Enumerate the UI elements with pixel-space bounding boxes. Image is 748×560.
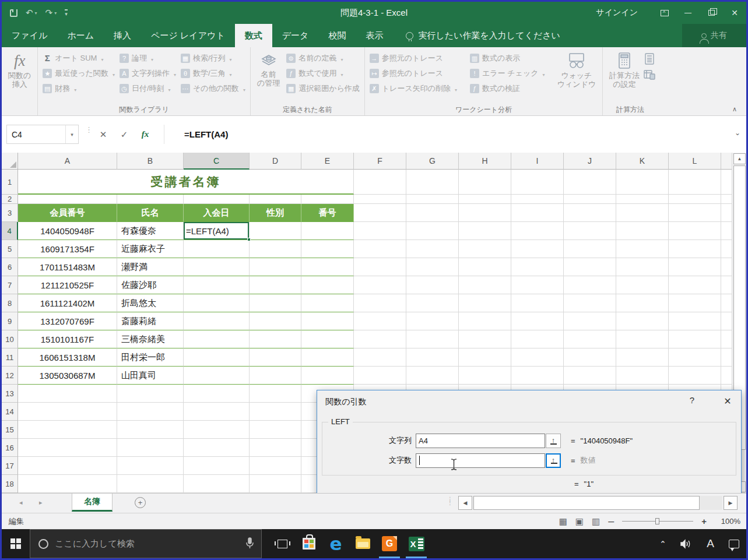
cell-I5[interactable] <box>511 240 564 258</box>
lookup-reference-button[interactable]: 検索/行列 <box>178 51 248 66</box>
cell-J7[interactable] <box>564 276 616 294</box>
cell-B5[interactable]: 近藤麻衣子 <box>117 240 184 258</box>
restore-button[interactable] <box>700 2 723 24</box>
row-header-5[interactable]: 5 <box>2 240 18 258</box>
cell-A12[interactable]: 1305030687M <box>18 367 117 385</box>
cell-J9[interactable] <box>564 312 616 330</box>
watch-window-button[interactable]: ウォッチウィンドウ <box>553 50 600 91</box>
cell-A6[interactable]: 1701151483M <box>18 258 117 276</box>
cell-J1[interactable] <box>564 170 616 195</box>
formula-input[interactable]: =LEFT(A4) <box>164 125 723 144</box>
logical-button[interactable]: 論理 <box>117 51 178 66</box>
cell-F6[interactable] <box>354 258 406 276</box>
row-header-18[interactable]: 18 <box>2 475 18 493</box>
cell-C5[interactable] <box>184 240 250 258</box>
cell-B11[interactable]: 田村栄一郎 <box>117 348 184 367</box>
cell-K11[interactable] <box>616 348 669 367</box>
cell-F3[interactable] <box>354 204 406 222</box>
table-header-C[interactable]: 入会日 <box>184 204 250 222</box>
dialog-close-button[interactable] <box>717 394 738 409</box>
cell-A18[interactable] <box>18 475 117 493</box>
hidden-icons-chevron[interactable] <box>659 540 666 548</box>
cell-K5[interactable] <box>616 240 669 258</box>
cell-L8[interactable] <box>669 294 721 312</box>
cell-I3[interactable] <box>511 204 564 222</box>
cell-I12[interactable] <box>511 367 564 385</box>
text-functions-button[interactable]: 文字列操作 <box>117 66 178 81</box>
cell-C15[interactable] <box>184 421 250 439</box>
cell-F4[interactable] <box>354 222 406 240</box>
cell-K10[interactable] <box>616 330 669 348</box>
cell-B6[interactable]: 瀬野満 <box>117 258 184 276</box>
cell-A5[interactable]: 1609171354F <box>18 240 117 258</box>
cell-F11[interactable] <box>354 348 406 367</box>
dialog-help-button[interactable] <box>684 395 700 409</box>
ribbon-tab-2[interactable]: 挿入 <box>104 24 141 47</box>
cell-G5[interactable] <box>406 240 459 258</box>
cell-G10[interactable] <box>406 330 459 348</box>
column-header-D[interactable]: D <box>250 153 301 170</box>
select-all-button[interactable] <box>2 153 18 170</box>
row-header-14[interactable]: 14 <box>2 403 18 421</box>
horizontal-scroll-thumb[interactable] <box>473 496 700 510</box>
cell-F10[interactable] <box>354 330 406 348</box>
cell-G7[interactable] <box>406 276 459 294</box>
cell-A15[interactable] <box>18 421 117 439</box>
cell-H10[interactable] <box>459 330 511 348</box>
cell-D5[interactable] <box>250 240 301 258</box>
ribbon-display-options-button[interactable] <box>653 2 676 24</box>
sheet-title-cell[interactable]: 受講者名簿 <box>18 170 354 195</box>
cell-A7[interactable]: 1211210525F <box>18 276 117 294</box>
cell-L4[interactable] <box>669 222 721 240</box>
cell-E10[interactable] <box>301 330 354 348</box>
cell-E11[interactable] <box>301 348 354 367</box>
cell-B4[interactable]: 有森優奈 <box>117 222 184 240</box>
cell-I2[interactable] <box>511 195 564 204</box>
cell-C8[interactable] <box>184 294 250 312</box>
cell-G12[interactable] <box>406 367 459 385</box>
cell-K12[interactable] <box>616 367 669 385</box>
cell-J3[interactable] <box>564 204 616 222</box>
cell-A2[interactable] <box>18 195 117 204</box>
cell-I6[interactable] <box>511 258 564 276</box>
row-header-15[interactable]: 15 <box>2 421 18 439</box>
ribbon-tab-1[interactable]: ホーム <box>57 24 104 47</box>
prev-sheet-button[interactable] <box>19 499 23 506</box>
collapse-ribbon-button[interactable] <box>732 105 737 113</box>
table-header-E[interactable]: 番号 <box>301 204 354 222</box>
scroll-up-button[interactable] <box>733 153 746 164</box>
page-break-view-button[interactable] <box>592 516 600 527</box>
cell-A13[interactable] <box>18 385 117 403</box>
cell-J10[interactable] <box>564 330 616 348</box>
cell-A11[interactable]: 1606151318M <box>18 348 117 367</box>
zoom-out-button[interactable] <box>608 517 614 526</box>
cell-A9[interactable]: 1312070769F <box>18 312 117 330</box>
row-header-16[interactable]: 16 <box>2 439 18 457</box>
cell-F5[interactable] <box>354 240 406 258</box>
cell-A17[interactable] <box>18 457 117 475</box>
taskbar-search-box[interactable]: ここに入力して検索 <box>30 529 262 558</box>
cell-L11[interactable] <box>669 348 721 367</box>
cell-H8[interactable] <box>459 294 511 312</box>
cell-B12[interactable]: 山田真司 <box>117 367 184 385</box>
speaker-icon[interactable] <box>680 539 692 549</box>
cell-I10[interactable] <box>511 330 564 348</box>
cell-D12[interactable] <box>250 367 301 385</box>
row-header-2[interactable]: 2 <box>2 195 18 204</box>
cell-I4[interactable] <box>511 222 564 240</box>
horizontal-scrollbar[interactable] <box>473 496 722 510</box>
ribbon-tab-3[interactable]: ページ レイアウト <box>141 24 235 47</box>
tab-scrollbar-splitter[interactable]: ⋮⋮ <box>447 498 453 505</box>
row-header-7[interactable]: 7 <box>2 276 18 294</box>
cell-K7[interactable] <box>616 276 669 294</box>
cell-J12[interactable] <box>564 367 616 385</box>
cell-A4[interactable]: 1404050948F <box>18 222 117 240</box>
cell-D11[interactable] <box>250 348 301 367</box>
cell-L5[interactable] <box>669 240 721 258</box>
task-view-button[interactable] <box>269 529 296 558</box>
cell-L3[interactable] <box>669 204 721 222</box>
cell-B7[interactable]: 佐藤沙耶 <box>117 276 184 294</box>
cell-C14[interactable] <box>184 403 250 421</box>
active-cell-C4[interactable]: =LEFT(A4) <box>184 222 250 240</box>
formula-bar-splitter[interactable]: ⋮ <box>85 128 93 132</box>
